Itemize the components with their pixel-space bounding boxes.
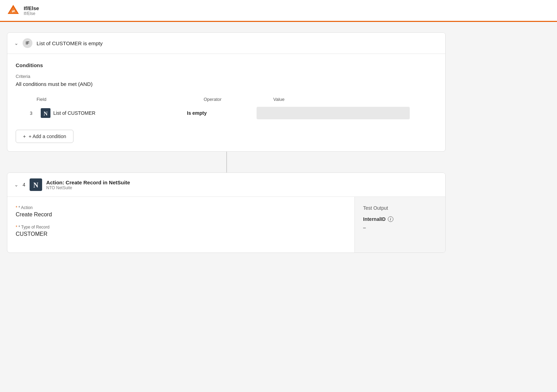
netsuite-icon: N: [41, 108, 50, 118]
connector-line: [226, 152, 227, 173]
action-label-text: * Action: [18, 205, 33, 210]
if-else-header-title: List of CUSTOMER is empty: [37, 40, 103, 46]
svg-text:N: N: [33, 181, 39, 189]
if-else-card-body: Conditions Criteria All conditions must …: [7, 54, 445, 151]
internal-id-value: –: [363, 225, 437, 230]
action-card: ⌄ 4 N Action: Create Record in NetSuite …: [7, 173, 446, 253]
action-title: Action: Create Record in NetSuite: [46, 179, 130, 185]
table-header: Field Operator Value: [16, 97, 437, 102]
if-badge: IF: [23, 38, 32, 48]
conditions-table: Field Operator Value 3 N List of CUSTOME…: [16, 97, 437, 121]
connector: [7, 152, 446, 173]
app-header: ⇌ If/Else If/Else: [0, 0, 557, 22]
field-col-label: Field: [37, 97, 204, 102]
action-field-group: * * Action Create Record: [16, 205, 346, 218]
if-else-card-header: ⌄ IF List of CUSTOMER is empty: [7, 33, 445, 54]
value-col-label: Value: [273, 97, 437, 102]
record-type-field-group: * * Type of Record CUSTOMER: [16, 225, 346, 237]
plus-icon: +: [23, 134, 26, 139]
app-logo-icon: ⇌: [7, 4, 19, 17]
app-title: If/Else: [24, 5, 39, 11]
criteria-label: Criteria: [16, 74, 437, 79]
info-icon[interactable]: i: [388, 216, 393, 222]
add-condition-label: + Add a condition: [29, 134, 66, 139]
action-required-star: *: [16, 205, 18, 210]
action-label: * * Action: [16, 205, 346, 210]
if-else-card: ⌄ IF List of CUSTOMER is empty Condition…: [7, 32, 446, 152]
chevron-down-icon[interactable]: ⌄: [14, 40, 18, 46]
action-main-panel: * * Action Create Record * * Type of Rec…: [7, 197, 355, 253]
app-title-block: If/Else If/Else: [24, 5, 39, 16]
table-row: 3 N List of CUSTOMER Is empty: [16, 105, 437, 121]
action-title-block: Action: Create Record in NetSuite NTO Ne…: [46, 179, 130, 190]
internal-id-label: InternalID: [363, 216, 386, 222]
app-subtitle: If/Else: [24, 11, 39, 16]
action-netsuite-icon: N: [30, 178, 42, 191]
record-type-value: CUSTOMER: [16, 231, 346, 237]
record-type-required-star: *: [16, 225, 18, 230]
action-card-header: ⌄ 4 N Action: Create Record in NetSuite …: [7, 173, 445, 197]
record-type-label: * * Type of Record: [16, 225, 346, 230]
svg-text:⇌: ⇌: [12, 9, 15, 13]
svg-text:N: N: [44, 111, 48, 117]
test-output-title: Test Output: [363, 205, 437, 211]
add-condition-button[interactable]: + + Add a condition: [16, 130, 73, 143]
action-value: Create Record: [16, 211, 346, 218]
conditions-section-title: Conditions: [16, 62, 437, 68]
value-input-box[interactable]: [257, 107, 410, 119]
operator-cell: Is empty: [183, 107, 252, 119]
main-content: ⌄ IF List of CUSTOMER is empty Condition…: [0, 22, 453, 263]
criteria-value: All conditions must be met (AND): [16, 81, 437, 87]
field-name: List of CUSTOMER: [53, 110, 95, 116]
test-output-panel: Test Output InternalID i –: [355, 197, 445, 253]
action-step-num: 4: [23, 182, 25, 187]
operator-col-label: Operator: [204, 97, 273, 102]
row-number: 3: [16, 111, 37, 116]
record-type-label-text: * Type of Record: [18, 225, 49, 230]
internal-id-row: InternalID i: [363, 216, 437, 222]
field-cell: N List of CUSTOMER: [37, 105, 183, 121]
action-chevron-down-icon[interactable]: ⌄: [14, 182, 18, 187]
value-cell: [252, 105, 437, 121]
action-subtitle: NTO NetSuite: [46, 185, 130, 190]
action-body: * * Action Create Record * * Type of Rec…: [7, 197, 445, 253]
